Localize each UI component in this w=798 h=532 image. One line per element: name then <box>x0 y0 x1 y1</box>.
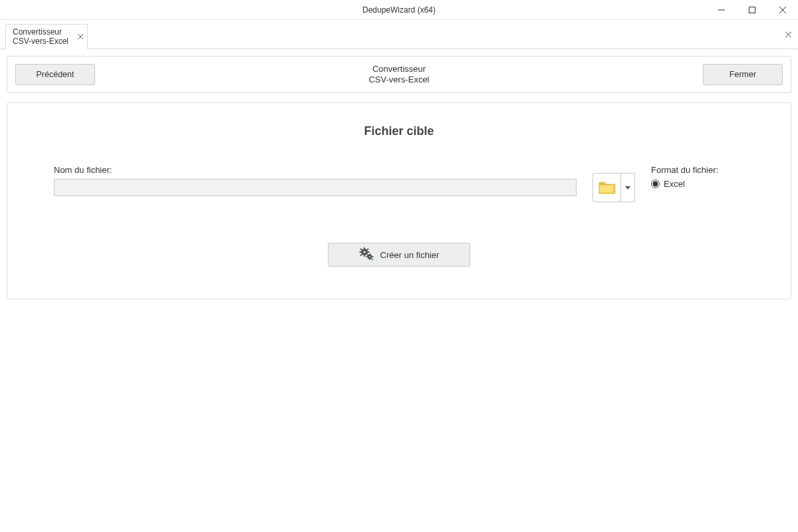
svg-rect-22 <box>366 256 367 257</box>
gears-icon <box>359 247 374 263</box>
header-title-line1: Convertisseur <box>95 64 703 74</box>
format-column: Format du fichier: Excel <box>651 165 744 189</box>
format-radio-excel-row: Excel <box>651 179 744 189</box>
tab-convertisseur[interactable]: Convertisseur CSV-vers-Excel <box>5 24 88 49</box>
create-file-button-label: Créer un fichier <box>380 250 440 260</box>
svg-rect-10 <box>364 247 365 249</box>
title-bar: DedupeWizard (x64) <box>0 0 798 20</box>
svg-rect-12 <box>359 251 361 253</box>
minimize-button[interactable] <box>706 0 737 19</box>
svg-rect-11 <box>364 255 365 257</box>
svg-point-24 <box>368 255 370 257</box>
browse-group <box>593 173 635 202</box>
file-row: Nom du fichier: Format du fichier: <box>54 165 744 196</box>
close-panel-button-label: Fermer <box>730 70 756 79</box>
close-panel-button[interactable]: Fermer <box>703 64 783 85</box>
section-title: Fichier cible <box>54 124 744 138</box>
format-radio-excel-label: Excel <box>664 179 685 189</box>
filename-label: Nom du fichier: <box>54 165 577 175</box>
close-icon <box>78 34 83 39</box>
format-radio-excel[interactable] <box>651 180 660 188</box>
tab-label-line1: Convertisseur <box>13 27 68 37</box>
browse-dropdown-button[interactable] <box>621 174 634 201</box>
close-icon <box>779 7 786 13</box>
tab-close-button[interactable] <box>78 32 83 41</box>
maximize-icon <box>749 7 755 13</box>
tabstrip-close-button[interactable] <box>785 29 791 39</box>
header-title-line2: CSV-vers-Excel <box>95 74 703 85</box>
svg-rect-13 <box>367 251 369 253</box>
minimize-icon <box>718 7 725 13</box>
window-title: DedupeWizard (x64) <box>362 5 436 15</box>
folder-icon <box>598 180 616 195</box>
create-file-button[interactable]: Créer un fichier <box>328 243 470 267</box>
close-icon <box>785 31 791 37</box>
svg-point-18 <box>363 251 365 253</box>
svg-rect-1 <box>749 7 755 13</box>
header-title: Convertisseur CSV-vers-Excel <box>95 64 703 85</box>
window-controls <box>706 0 798 19</box>
close-window-button[interactable] <box>767 0 798 19</box>
content-area: Précédent Convertisseur CSV-vers-Excel F… <box>0 49 798 306</box>
svg-marker-8 <box>625 186 630 190</box>
target-file-panel: Fichier cible Nom du fichier: <box>7 102 791 299</box>
maximize-button[interactable] <box>737 0 767 19</box>
tab-label-line2: CSV-vers-Excel <box>13 37 68 46</box>
filename-column: Nom du fichier: <box>54 165 577 196</box>
svg-marker-25 <box>371 259 374 261</box>
create-row: Créer un fichier <box>54 243 744 267</box>
svg-rect-23 <box>372 256 373 257</box>
header-panel: Précédent Convertisseur CSV-vers-Excel F… <box>7 56 791 93</box>
svg-rect-20 <box>369 253 370 255</box>
filename-input[interactable] <box>54 179 577 196</box>
tab-strip: Convertisseur CSV-vers-Excel <box>0 20 798 49</box>
svg-rect-21 <box>369 258 370 259</box>
back-button-label: Précédent <box>37 70 74 79</box>
chevron-down-icon <box>625 186 630 190</box>
browse-button[interactable] <box>593 174 621 201</box>
format-label: Format du fichier: <box>651 165 744 175</box>
back-button[interactable]: Précédent <box>15 64 95 85</box>
